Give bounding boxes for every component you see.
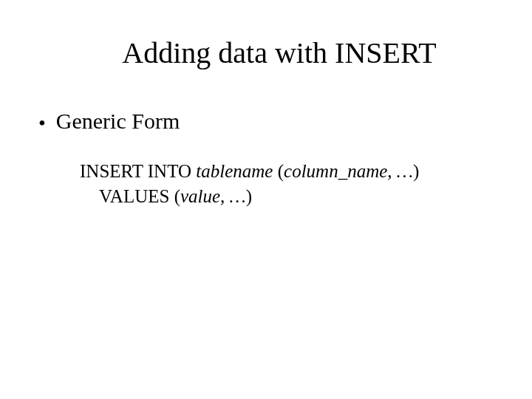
code-italic: column_name, … xyxy=(284,161,413,181)
code-block: INSERT INTO tablename (column_name, …) V… xyxy=(80,159,491,209)
code-text: ( xyxy=(273,161,284,181)
code-line-1: INSERT INTO tablename (column_name, …) xyxy=(80,159,491,184)
code-line-2: VALUES (value, …) xyxy=(99,184,491,209)
code-italic: value, … xyxy=(180,186,246,206)
slide-container: Adding data with INSERT • Generic Form I… xyxy=(0,0,532,209)
code-italic: tablename xyxy=(196,161,273,181)
code-text: ) xyxy=(246,186,252,206)
slide-title: Adding data with INSERT xyxy=(68,35,491,70)
bullet-marker: • xyxy=(38,113,46,134)
code-text: INSERT INTO xyxy=(80,161,196,181)
code-text: VALUES ( xyxy=(99,186,180,206)
bullet-item: • Generic Form xyxy=(38,109,491,134)
code-text: ) xyxy=(413,161,419,181)
bullet-text: Generic Form xyxy=(56,109,180,134)
